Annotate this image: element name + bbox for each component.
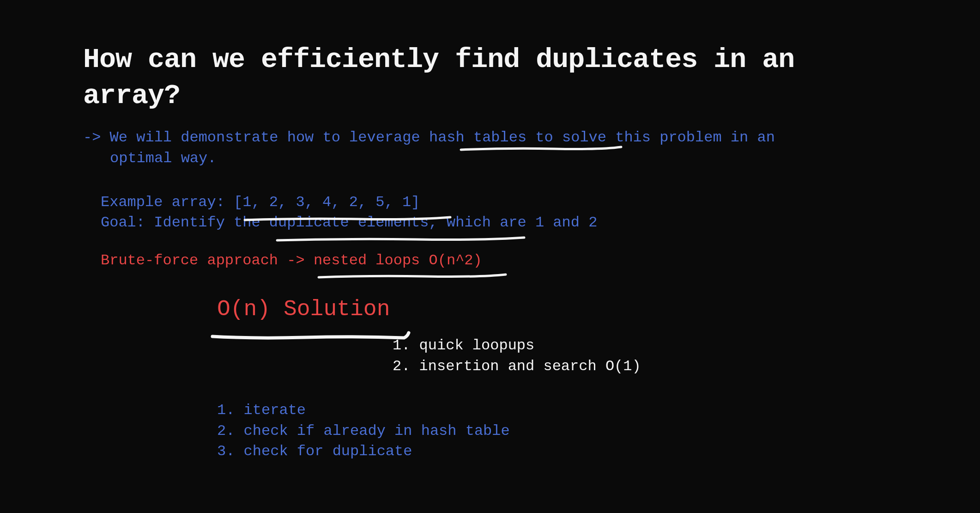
hash-properties-list: 1. quick loopups 2. insertion and search… [393,336,897,377]
example-block: Example array: [1, 2, 3, 4, 2, 5, 1] Goa… [101,192,897,234]
intro-text-line1: We will demonstrate how to leverage hash… [110,129,775,146]
step-1: 1. iterate [217,400,897,421]
example-goal: Goal: Identify the duplicate elements, w… [101,213,897,233]
slide-content: How can we efficiently find duplicates i… [0,0,980,504]
example-array: Example array: [1, 2, 3, 4, 2, 5, 1] [101,192,897,213]
solution-heading: O(n) Solution [217,297,390,322]
brute-force-line: Brute-force approach -> nested loops O(n… [101,252,897,269]
slide-title: How can we efficiently find duplicates i… [83,42,897,114]
step-3: 3. check for duplicate [217,441,897,462]
intro-arrow: -> [83,129,101,146]
algorithm-steps-list: 1. iterate 2. check if already in hash t… [217,400,897,462]
intro-text-line2: optimal way. [83,148,897,169]
hash-property-1: 1. quick loopups [393,336,897,356]
intro-block: -> We will demonstrate how to leverage h… [83,128,897,169]
hash-property-2: 2. insertion and search O(1) [393,356,897,377]
step-2: 2. check if already in hash table [217,421,897,442]
